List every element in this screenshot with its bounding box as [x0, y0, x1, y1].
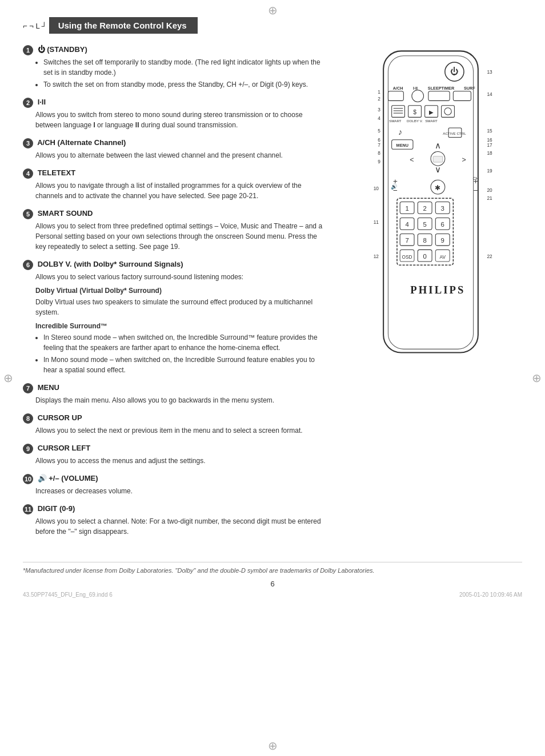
svg-rect-12 — [392, 106, 405, 118]
svg-text:6: 6 — [441, 221, 444, 228]
svg-text:∨: ∨ — [435, 165, 441, 174]
volume-label: 🔊 +/– (VOLUME) — [38, 474, 98, 482]
section-title-7: 7 MENU — [23, 383, 328, 393]
section-body-3: Allows you to alternate between the last… — [35, 150, 328, 160]
page-title: Using the Remote Control Keys — [49, 17, 198, 34]
crosshair-right: ⊕ — [532, 371, 542, 385]
section-num-3: 3 — [23, 138, 33, 148]
svg-text:21: 21 — [487, 196, 492, 201]
crosshair-left: ⊕ — [3, 371, 13, 385]
svg-text:5: 5 — [423, 221, 426, 228]
svg-text:ACTIVE CTRL: ACTIVE CTRL — [443, 131, 466, 135]
left-column: 1 ⏻ (STANDBY) Switches the set off tempo… — [23, 45, 328, 545]
section-body-5: Allows you to select from three predefin… — [35, 221, 328, 252]
svg-text:6: 6 — [378, 138, 380, 143]
svg-text:DOLBY V.: DOLBY V. — [407, 119, 423, 123]
svg-text:CH: CH — [472, 176, 478, 181]
svg-text:>: > — [462, 156, 466, 164]
svg-text:OSD: OSD — [402, 255, 412, 260]
svg-text:16: 16 — [487, 138, 492, 143]
svg-rect-11 — [453, 91, 471, 101]
corner-tr: ¬ — [29, 22, 34, 30]
iii-label: I·II — [38, 98, 46, 106]
svg-text:1: 1 — [405, 205, 408, 212]
corner-br: ┘ — [42, 22, 47, 30]
svg-text:MENU: MENU — [396, 143, 408, 148]
digit-label: DIGIT (0-9) — [38, 504, 75, 513]
crosshair-bottom: ⊕ — [268, 739, 278, 753]
menu-label: MENU — [38, 383, 59, 392]
section-body-2: Allows you to switch from stereo to mono… — [35, 110, 328, 130]
svg-text:SMART: SMART — [425, 119, 438, 123]
section-body-6: Allows you to select various factory sur… — [35, 272, 328, 375]
list-item: To switch the set on from standby mode, … — [43, 79, 328, 90]
svg-text:15: 15 — [487, 128, 492, 134]
file-info-left: 43.50PP7445_DFU_Eng_69.indd 6 — [23, 592, 113, 598]
standby-label: (STANDBY) — [47, 45, 87, 54]
section-title-10: 10 🔊 +/– (VOLUME) — [23, 474, 328, 484]
section-title-5: 5 SMART SOUND — [23, 209, 328, 219]
svg-point-21 — [444, 108, 451, 115]
section-num-7: 7 — [23, 383, 33, 393]
section-num-5: 5 — [23, 209, 33, 219]
footer: *Manufactured under license from Dolby L… — [23, 562, 522, 574]
dolby-virtual-text: Dolby Virtual uses two speakers to simul… — [35, 297, 328, 317]
svg-text:♪: ♪ — [398, 127, 402, 136]
section-num-6: 6 — [23, 260, 33, 270]
section-title-3: 3 A/CH (Alternate Channel) — [23, 138, 328, 148]
svg-text:8: 8 — [423, 237, 426, 244]
svg-text:5: 5 — [378, 128, 380, 134]
corner-bl: L — [35, 22, 39, 30]
footer-note: *Manufactured under license from Dolby L… — [23, 567, 375, 574]
section-ach: 3 A/CH (Alternate Channel) Allows you to… — [23, 138, 328, 160]
standby-icon: ⏻ — [38, 45, 45, 54]
svg-text:▶: ▶ — [429, 109, 434, 115]
file-info: 43.50PP7445_DFU_Eng_69.indd 6 2005-01-20… — [23, 592, 522, 598]
section-iii: 2 I·II Allows you to switch from stereo … — [23, 98, 328, 130]
dolby-label: DOLBY V. (with Dolby* Surround Signals) — [38, 260, 183, 268]
svg-text:17: 17 — [487, 143, 492, 148]
svg-rect-8 — [388, 91, 403, 101]
svg-text:12: 12 — [374, 254, 379, 259]
section-body-8: Allows you to select the next or previou… — [35, 425, 328, 436]
section-title-4: 4 TELETEXT — [23, 168, 328, 179]
section-title-1: 1 ⏻ (STANDBY) — [23, 45, 328, 55]
section-body-10: Increases or decreases volume. — [35, 486, 328, 496]
section-num-11: 11 — [23, 504, 33, 514]
cursor-up-label: CURSOR UP — [38, 413, 82, 422]
svg-text:3: 3 — [441, 205, 444, 212]
section-digit: 11 DIGIT (0-9) Allows you to select a ch… — [23, 504, 328, 537]
svg-text:18: 18 — [487, 151, 492, 156]
svg-text:$: $ — [413, 109, 416, 115]
section-menu: 7 MENU Displays the main menu. Also allo… — [23, 383, 328, 405]
svg-text:9: 9 — [441, 237, 444, 244]
svg-text:22: 22 — [487, 254, 492, 259]
svg-text:<: < — [410, 156, 414, 164]
svg-text:9: 9 — [378, 159, 380, 164]
svg-text:4: 4 — [378, 116, 380, 121]
svg-text:11: 11 — [374, 220, 379, 225]
corner-tl: ⌐ — [23, 22, 27, 30]
section-title-11: 11 DIGIT (0-9) — [23, 504, 328, 514]
list-item: Switches the set off temporarily to stan… — [43, 57, 328, 78]
section-body-4: Allows you to navigate through a list of… — [35, 180, 328, 201]
section-num-1: 1 — [23, 45, 33, 55]
page-number: 6 — [23, 580, 522, 588]
section-title-6: 6 DOLBY V. (with Dolby* Surround Signals… — [23, 260, 328, 270]
svg-point-9 — [412, 90, 424, 102]
svg-text:A/CH: A/CH — [393, 86, 403, 91]
svg-text:8: 8 — [378, 151, 380, 156]
section-cursor-up: 8 CURSOR UP Allows you to select the nex… — [23, 413, 328, 436]
section-dolby: 6 DOLBY V. (with Dolby* Surround Signals… — [23, 260, 328, 375]
svg-text:1: 1 — [378, 90, 380, 95]
section-body-1: Switches the set off temporarily to stan… — [35, 57, 328, 90]
incredible-surround-title: Incredible Surround™ — [35, 321, 328, 331]
section-num-8: 8 — [23, 413, 33, 424]
svg-text:SURF: SURF — [464, 86, 475, 91]
svg-text:⏻: ⏻ — [450, 67, 459, 76]
svg-text:7: 7 — [378, 143, 380, 148]
section-title-8: 8 CURSOR UP — [23, 413, 328, 424]
svg-text:AV: AV — [440, 255, 446, 260]
svg-text:19: 19 — [487, 168, 492, 174]
svg-text:3: 3 — [378, 107, 380, 112]
